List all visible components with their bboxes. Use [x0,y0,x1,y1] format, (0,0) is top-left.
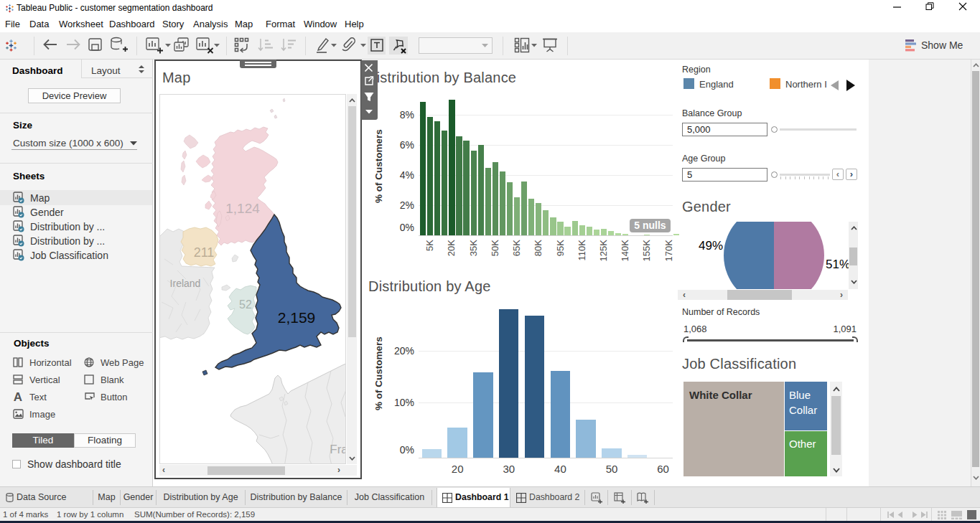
svg-text:Fra: Fra [330,443,346,456]
svg-text:1,124: 1,124 [225,201,260,216]
svg-text:211: 211 [194,245,215,260]
svg-text:52: 52 [239,298,252,311]
svg-text:2,159: 2,159 [278,309,316,326]
svg-text:Ireland: Ireland [170,278,201,289]
